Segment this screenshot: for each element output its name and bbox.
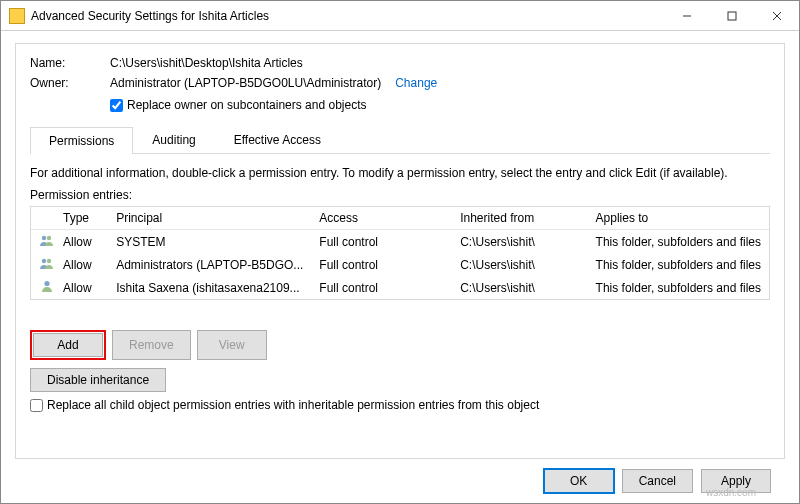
cell-inherited: C:\Users\ishit\ [452,230,587,254]
svg-point-8 [44,281,49,286]
owner-value: Administrator (LAPTOP-B5DGO0LU\Administr… [110,76,381,90]
cell-access: Full control [311,276,452,299]
principal-icon [31,253,55,276]
name-row: Name: C:\Users\ishit\Desktop\Ishita Arti… [30,56,770,70]
col-access[interactable]: Access [311,207,452,230]
tab-bar: Permissions Auditing Effective Access [30,126,770,154]
table-row[interactable]: AllowIshita Saxena (ishitasaxena2109...F… [31,276,769,299]
cell-principal: Ishita Saxena (ishitasaxena2109... [108,276,311,299]
disable-inheritance-button[interactable]: Disable inheritance [30,368,166,392]
cell-applies: This folder, subfolders and files [588,230,769,254]
permission-entries-label: Permission entries: [30,188,770,202]
col-applies[interactable]: Applies to [588,207,769,230]
maximize-button[interactable] [709,1,754,31]
inner-panel: Name: C:\Users\ishit\Desktop\Ishita Arti… [15,43,785,459]
tab-effective-access[interactable]: Effective Access [215,126,340,153]
watermark: wsxdn.com [706,487,756,498]
cell-principal: Administrators (LAPTOP-B5DGO... [108,253,311,276]
replace-owner-checkbox[interactable] [110,99,123,112]
col-type[interactable]: Type [55,207,108,230]
cell-principal: SYSTEM [108,230,311,254]
table-header-row: Type Principal Access Inherited from App… [31,207,769,230]
cell-type: Allow [55,276,108,299]
cell-inherited: C:\Users\ishit\ [452,253,587,276]
cell-type: Allow [55,253,108,276]
add-button[interactable]: Add [33,333,103,357]
tab-auditing[interactable]: Auditing [133,126,214,153]
replace-children-label: Replace all child object permission entr… [47,398,539,412]
replace-owner-row: Replace owner on subcontainers and objec… [110,98,770,112]
owner-row: Owner: Administrator (LAPTOP-B5DGO0LU\Ad… [30,76,770,90]
table-row[interactable]: AllowSYSTEMFull controlC:\Users\ishit\Th… [31,230,769,254]
permission-table-wrap: Type Principal Access Inherited from App… [30,206,770,300]
cell-inherited: C:\Users\ishit\ [452,276,587,299]
replace-owner-label: Replace owner on subcontainers and objec… [127,98,366,112]
svg-point-7 [47,259,51,263]
principal-icon [31,230,55,254]
table-row[interactable]: AllowAdministrators (LAPTOP-B5DGO...Full… [31,253,769,276]
svg-point-6 [42,259,46,263]
svg-point-4 [42,236,46,240]
folder-icon [9,8,25,24]
name-label: Name: [30,56,110,70]
owner-label: Owner: [30,76,110,90]
change-owner-link[interactable]: Change [395,76,437,90]
permission-table[interactable]: Type Principal Access Inherited from App… [31,207,769,299]
info-text: For additional information, double-click… [30,166,770,180]
tab-permissions[interactable]: Permissions [30,127,133,154]
content-area: Name: C:\Users\ishit\Desktop\Ishita Arti… [1,31,799,503]
titlebar: Advanced Security Settings for Ishita Ar… [1,1,799,31]
dialog-footer: OK Cancel Apply [15,459,785,503]
ok-button[interactable]: OK [544,469,614,493]
minimize-button[interactable] [664,1,709,31]
view-button[interactable]: View [197,330,267,360]
advanced-security-window: Advanced Security Settings for Ishita Ar… [0,0,800,504]
col-principal[interactable]: Principal [108,207,311,230]
cell-access: Full control [311,253,452,276]
cell-applies: This folder, subfolders and files [588,276,769,299]
cancel-button[interactable]: Cancel [622,469,693,493]
disable-inheritance-row: Disable inheritance [30,368,770,392]
col-icon[interactable] [31,207,55,230]
name-value: C:\Users\ishit\Desktop\Ishita Articles [110,56,303,70]
principal-icon [31,276,55,299]
button-row: Add Remove View [30,330,770,360]
cell-access: Full control [311,230,452,254]
svg-rect-1 [728,12,736,20]
col-inherited[interactable]: Inherited from [452,207,587,230]
cell-type: Allow [55,230,108,254]
window-title: Advanced Security Settings for Ishita Ar… [31,9,664,23]
close-button[interactable] [754,1,799,31]
cell-applies: This folder, subfolders and files [588,253,769,276]
replace-children-row: Replace all child object permission entr… [30,398,770,412]
remove-button[interactable]: Remove [112,330,191,360]
svg-point-5 [47,236,51,240]
add-button-highlight: Add [30,330,106,360]
replace-children-checkbox[interactable] [30,399,43,412]
